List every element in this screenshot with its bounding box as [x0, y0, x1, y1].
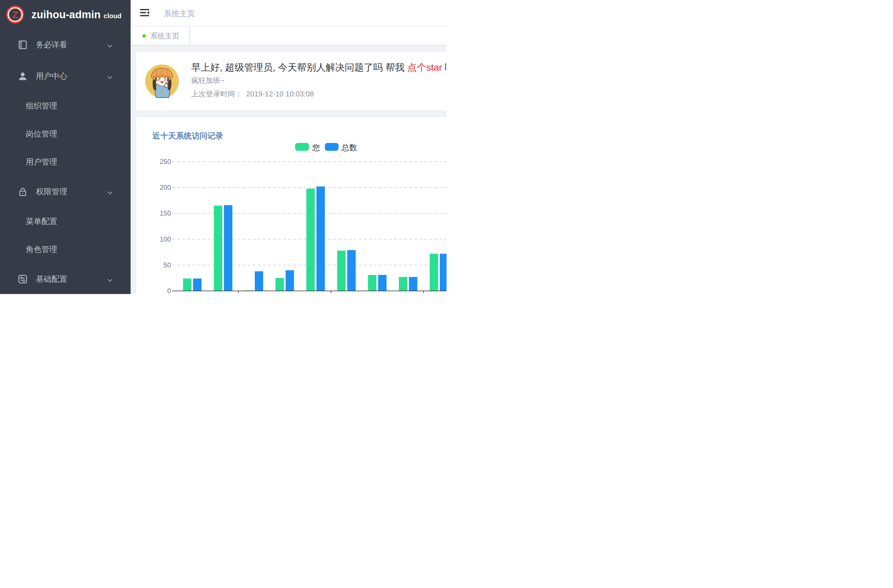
svg-text:150: 150 [160, 209, 171, 217]
svg-text:100: 100 [160, 235, 171, 243]
svg-text:0: 0 [167, 287, 171, 294]
svg-text:50: 50 [164, 261, 171, 269]
svg-text:您: 您 [312, 143, 320, 152]
svg-text:200: 200 [160, 183, 171, 191]
svg-text:总数: 总数 [341, 143, 357, 152]
svg-text:250: 250 [160, 158, 171, 165]
